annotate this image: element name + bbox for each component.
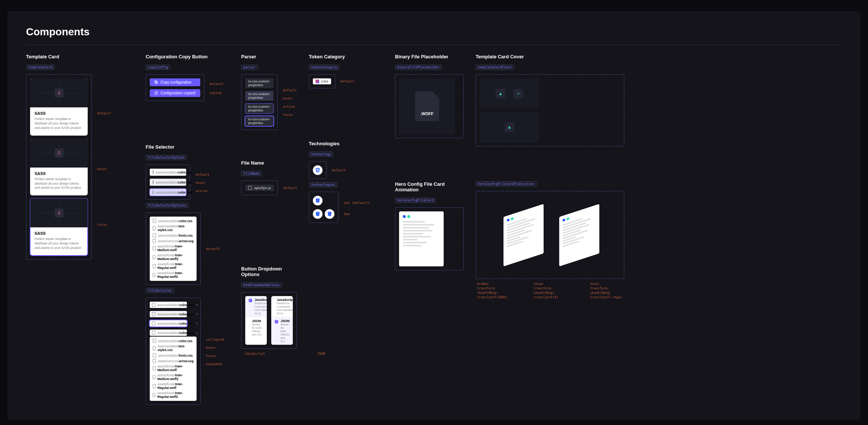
file-selector-hover[interactable]: sass/variables/color.css▾ [150,311,187,317]
binary-file-placeholder: .WOFF [399,78,455,134]
file-selector-options-list[interactable]: sass/variables/color.csssass/variables/t… [150,337,197,401]
css3-shield-icon [315,168,320,173]
parser-chip-hover[interactable]: to-css-custom-properties [245,91,273,101]
component-tag-fileSelectorOption: fileSelectorOption [146,155,187,160]
file-list-item[interactable]: assets/fonts/Inter-Regular.woff [151,262,195,270]
dot-icon [566,217,569,221]
technology-badge [313,196,323,205]
state-label: active [283,105,297,108]
file-list-item[interactable]: sass/variables/text-styles.css [151,224,195,233]
technologies-row-two [313,209,334,219]
dropdown-option-javascript[interactable]: JavaScriptPerfect for Command-Line Inter… [271,296,293,317]
file-list-item[interactable]: assets/fonts/Inter-Medium.woff2 [151,253,195,262]
template-card-focus[interactable]: S SASS Perfect starter template to distr… [30,198,88,256]
file-list-item[interactable]: sass/variables/color.css [151,218,195,224]
template-card-desc: Perfect starter template to distribute a… [35,237,83,250]
file-list-item[interactable]: assets/vectors/arrow.svg [151,358,195,364]
component-tag-binaryFilePlaceholder: binaryFilePlaceholder [395,65,442,70]
file-list-item[interactable]: sass/variables/fonts.css [151,233,195,238]
template-card-cover-two-tiles: ▲ ≈ [480,78,539,109]
file-icon [153,346,156,350]
technologies-row-one [313,196,334,205]
dropdown-option-javascript[interactable]: ✓ JavaScriptPerfect for Command-Line Int… [245,296,267,317]
state-label: default [195,173,210,176]
sass-logo-icon: S [55,88,64,97]
state-label: default [210,82,224,86]
state-label: default [340,80,354,83]
component-tag-fileName: fileName [241,171,262,176]
file-list-item[interactable]: sass/variables/color.css [151,338,195,344]
svg-rect-1 [155,81,157,83]
copy-config-button-copied[interactable]: Configuration copied! [150,89,200,97]
template-card-title: SASS [35,171,83,176]
parser-chip-default[interactable]: to-css-custom-properties [245,78,273,88]
file-icon [152,312,155,316]
template-card-desc: Perfect starter template to distribute a… [35,117,83,130]
state-label: two [344,212,370,216]
dot-icon [507,218,509,222]
section-title-parser: Parser [241,54,297,59]
template-card-title: SASS [35,111,83,116]
state-label: hover [283,97,297,100]
file-icon [153,180,153,184]
file-selector-option-active[interactable]: sass/variables/color.css [150,189,186,196]
btn-dropdown-js-selected[interactable]: ✓ JavaScriptPerfect for Command-Line Int… [245,296,267,345]
file-list-item[interactable]: sass/variables/text-styles.css [151,344,195,353]
css3-shield-icon [315,198,320,203]
css3-shield-icon [327,211,332,217]
component-tag-parser: parser [241,65,258,70]
file-icon [153,190,153,194]
file-list-item[interactable]: assets/fonts/Inter-Regular.woff [151,382,195,390]
file-selector-option-hover[interactable]: sass/variables/color.css [150,179,186,186]
chevron-down-icon: ▾ [196,312,198,316]
state-label: copied [210,91,224,95]
token-category-default[interactable]: color [313,78,331,84]
file-icon [153,375,155,379]
file-list-item[interactable]: assets/fonts/Inter-Medium.woff [151,244,195,253]
parser-chip-focus[interactable]: to-css-custom-properties [245,116,273,126]
component-tag-templateCard: templateCard [26,65,55,70]
file-list-item[interactable]: assets/vectors/arrow.svg [151,238,195,244]
state-label: focus [97,223,111,227]
technology-badge [325,209,334,219]
page-title: Components [26,26,842,38]
state-label: hover [195,181,210,185]
file-icon [153,353,156,357]
file-selector-collapsed[interactable]: sass/variables/color.css▾ [150,302,187,308]
parser-chip-active[interactable]: to-css-custom-properties [245,104,273,113]
section-title-file-name: File Name [241,160,297,166]
template-card-hover[interactable]: S SASS Perfect starter template to distr… [30,139,88,196]
transition-caption-hover: hover transform: skewX(0deg) translateY(… [590,282,624,300]
sass-logo-icon: S [55,149,64,158]
transition-caption-shown: shown transform: skewX(0deg) translateY(… [534,282,568,300]
dropdown-option-json[interactable]: JSONWorks for both GitHub and CLI [245,317,267,338]
transition-caption-hidden: hidden transform: skewX(0deg) translateY… [477,282,511,300]
file-extension-label: .WOFF [420,111,433,116]
file-list-item[interactable]: assets/fonts/Inter-Medium.woff2 [151,373,195,382]
btn-dropdown-json-selected[interactable]: JavaScriptPerfect for Command-Line Inter… [271,296,293,345]
copy-config-button-default[interactable]: Copy configuration [150,78,200,86]
file-selector-options-list[interactable]: sass/variables/color.csssass/variables/t… [150,217,197,281]
file-list-item[interactable]: assets/fonts/Inter-Medium.woff [151,364,195,373]
chevron-up-icon: ▴ [196,331,198,334]
file-list-item[interactable]: assets/fonts/Inter-Regular.woff2 [151,270,195,279]
file-selector-option-default[interactable]: sass/variables/color.css [150,169,186,176]
file-list-item[interactable]: sass/variables/fonts.css [151,353,195,358]
section-title-token-category: Token Category [309,54,383,59]
file-selector-expanded[interactable]: sass/variables/color.css▴ [150,330,187,336]
template-card-cover-one-tile: ▲ [480,112,539,142]
file-icon [153,219,156,223]
component-tag-technology: technology [309,152,333,157]
template-card-default[interactable]: S SASS Perfect starter template to distr… [30,78,88,136]
file-selector-focus[interactable]: sass/variables/color.css▾ [150,320,187,327]
state-label: hover [97,167,111,171]
file-list-item[interactable]: assets/fonts/Inter-Regular.woff2 [151,390,195,399]
dropdown-option-json[interactable]: ✓ JSONWorks for both GitHub and CLI [271,317,293,345]
check-icon: ✓ [249,299,252,302]
hero-config-file-card-iso [503,204,544,266]
file-icon [153,359,156,363]
technology-badge [313,165,323,175]
file-icon [153,255,155,259]
section-title-btn-dropdown: Button Dropdown Options [241,266,297,277]
file-icon [153,366,156,370]
